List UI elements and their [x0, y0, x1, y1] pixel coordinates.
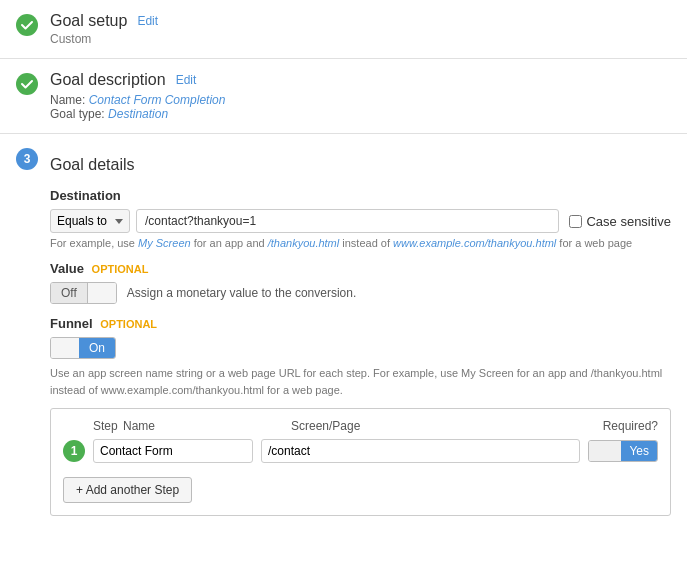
funnel-screen-input[interactable]: [261, 439, 580, 463]
goal-setup-edit-link[interactable]: Edit: [137, 14, 158, 28]
goal-details-section: 3 Goal details Destination Equals to Cas…: [0, 134, 687, 532]
funnel-block: Funnel OPTIONAL On Use an app screen nam…: [50, 316, 671, 516]
type-value: Destination: [108, 107, 168, 121]
add-step-button[interactable]: + Add another Step: [63, 477, 192, 503]
value-block: Value OPTIONAL Off Assign a monetary val…: [50, 261, 671, 304]
funnel-name-input[interactable]: [93, 439, 253, 463]
check-circle-1: [16, 14, 38, 36]
funnel-my-screen: My Screen: [461, 367, 514, 379]
funnel-optional-label: OPTIONAL: [100, 318, 157, 330]
funnel-toggle[interactable]: On: [50, 337, 116, 359]
goal-setup-header: Goal setup Edit: [50, 12, 671, 30]
goal-setup-content: Goal setup Edit Custom: [50, 12, 671, 46]
value-toggle[interactable]: Off: [50, 282, 117, 304]
col-required-label: Required?: [568, 419, 658, 433]
goal-description-section: Goal description Edit Name: Contact Form…: [0, 59, 687, 134]
goal-details-title: Goal details: [50, 156, 135, 174]
goal-setup-title: Goal setup: [50, 12, 127, 30]
required-toggle[interactable]: Yes: [588, 440, 658, 462]
value-label: Value OPTIONAL: [50, 261, 671, 276]
goal-setup-subtitle: Custom: [50, 32, 671, 46]
destination-block: Destination Equals to Case sensitive For…: [50, 188, 671, 249]
goal-setup-section: Goal setup Edit Custom: [0, 0, 687, 59]
table-row: 1 Yes: [63, 439, 658, 463]
case-sensitive-row: Case sensitive: [569, 214, 671, 229]
goal-description-icon: [16, 73, 38, 95]
help-example-url: www.example.com/thankyou.html: [393, 237, 556, 249]
col-step-label: Step: [93, 419, 115, 433]
req-yes-btn[interactable]: Yes: [621, 441, 657, 461]
goal-description-edit-link[interactable]: Edit: [176, 73, 197, 87]
funnel-toggle-on[interactable]: On: [79, 338, 115, 358]
destination-row: Equals to Case sensitive: [50, 209, 671, 233]
goal-details-content: Goal details Destination Equals to Case …: [50, 146, 671, 516]
assign-text: Assign a monetary value to the conversio…: [127, 286, 356, 300]
name-label: Name:: [50, 93, 85, 107]
goal-description-content: Goal description Edit Name: Contact Form…: [50, 71, 671, 121]
col-name-label: Name: [123, 419, 283, 433]
req-no-btn[interactable]: [589, 441, 621, 461]
destination-help-text: For example, use My Screen for an app an…: [50, 237, 671, 249]
case-sensitive-label: Case sensitive: [586, 214, 671, 229]
row-step-number: 1: [63, 440, 85, 462]
help-thankyou: /thankyou.html: [268, 237, 340, 249]
goal-details-icon: 3: [16, 148, 38, 170]
goal-description-header: Goal description Edit: [50, 71, 671, 89]
case-sensitive-checkbox[interactable]: [569, 215, 582, 228]
step-number-circle: 3: [16, 148, 38, 170]
funnel-toggle-row: On: [50, 337, 671, 359]
destination-input[interactable]: [136, 209, 559, 233]
type-label: Goal type:: [50, 107, 105, 121]
goal-setup-icon: [16, 14, 38, 36]
name-value: Contact Form Completion: [89, 93, 226, 107]
value-toggle-on[interactable]: [88, 283, 116, 303]
value-optional-label: OPTIONAL: [92, 263, 149, 275]
funnel-example-url: www.example.com/thankyou.html: [101, 384, 264, 396]
help-my-screen: My Screen: [138, 237, 191, 249]
funnel-toggle-off[interactable]: [51, 338, 79, 358]
goal-description-title: Goal description: [50, 71, 166, 89]
funnel-label: Funnel OPTIONAL: [50, 316, 671, 331]
goal-description-meta: Name: Contact Form Completion Goal type:…: [50, 93, 671, 121]
funnel-thankyou: /thankyou.html: [591, 367, 663, 379]
col-screen-label: Screen/Page: [291, 419, 560, 433]
value-toggle-off[interactable]: Off: [51, 283, 88, 303]
goal-details-header: Goal details: [50, 156, 671, 174]
value-toggle-row: Off Assign a monetary value to the conve…: [50, 282, 671, 304]
funnel-table-wrapper: Step Name Screen/Page Required? 1 Yes: [50, 408, 671, 516]
destination-label: Destination: [50, 188, 671, 203]
equals-select[interactable]: Equals to: [50, 209, 130, 233]
funnel-table-header: Step Name Screen/Page Required?: [63, 419, 658, 433]
check-circle-2: [16, 73, 38, 95]
funnel-help-text: Use an app screen name string or a web p…: [50, 365, 671, 398]
